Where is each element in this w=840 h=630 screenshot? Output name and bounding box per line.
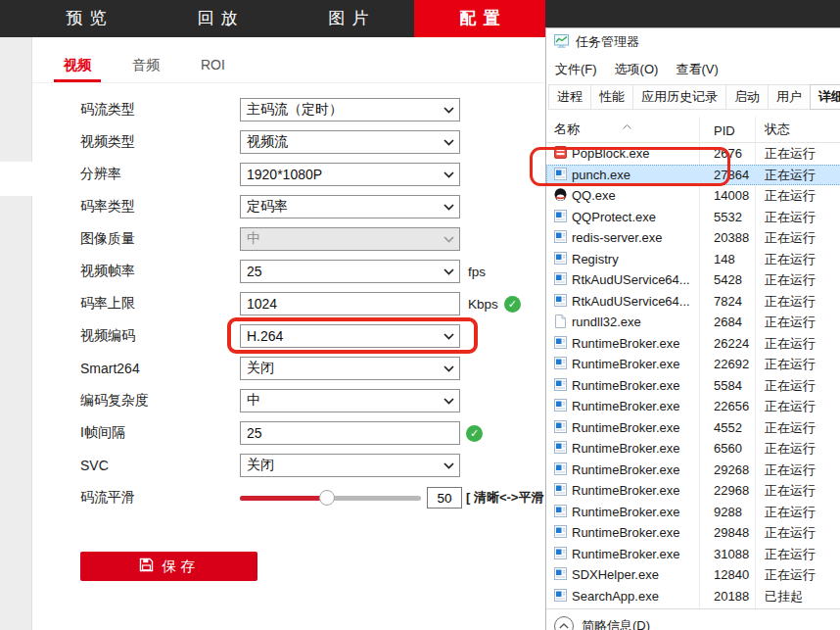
process-row[interactable]: RuntimeBroker.exe22968正在运行 [546,480,840,502]
column-header-name[interactable]: 名称 [554,121,580,138]
field-input[interactable]: 1024 [240,292,460,315]
process-row[interactable]: RuntimeBroker.exe6560正在运行 [546,438,840,460]
field-dropdown[interactable]: 视频流 [240,130,460,154]
process-row[interactable]: redis-server.exe20388正在运行 [546,227,840,249]
process-row[interactable]: RuntimeBroker.exe29848正在运行 [546,522,840,544]
process-row[interactable]: punch.exe27864正在运行 [546,165,840,186]
task-manager-tab[interactable]: 用户 [768,84,811,110]
field-dropdown[interactable]: 中 [240,389,460,412]
field-dropdown[interactable]: 关闭 [240,357,460,380]
field-label: 分辨率 [80,166,121,183]
process-status: 正在运行 [765,354,816,375]
process-pid: 22692 [714,354,749,375]
qq-process-icon [554,188,568,203]
process-row[interactable]: RuntimeBroker.exe4552正在运行 [546,417,840,439]
process-row[interactable]: QQ.exe14008正在运行 [546,185,840,207]
chevron-down-icon [438,365,459,372]
process-pid: 9288 [714,502,742,523]
process-pid: 2684 [714,312,742,333]
field-label: Smart264 [80,361,140,376]
column-header-pid[interactable]: PID [714,123,735,138]
process-row[interactable]: PopBlock.exe2676正在运行 [546,143,840,165]
left-rail-active-item[interactable] [0,162,32,196]
slider-value-box[interactable]: 50 [427,487,462,509]
valid-check-icon: ✓ [504,296,521,313]
process-row[interactable]: Registry148正在运行 [546,249,840,270]
chevron-down-icon [438,333,459,340]
process-pid: 22656 [714,396,749,417]
task-manager-tab[interactable]: 启动 [725,84,769,110]
slider-thumb[interactable] [319,490,335,506]
nav-tab[interactable]: 配置 [414,0,545,37]
process-name: RuntimeBroker.exe [572,333,680,355]
process-row[interactable]: rundll32.exe2684正在运行 [546,312,840,333]
process-row[interactable]: QQProtect.exe5532正在运行 [546,207,840,228]
process-name: RuntimeBroker.exe [572,544,680,565]
process-row[interactable]: RtkAudUService64...7824正在运行 [546,291,840,313]
process-row[interactable]: SDXHelper.exe12840正在运行 [546,564,840,586]
process-name: RuntimeBroker.exe [572,480,680,502]
field-dropdown[interactable]: 定码率 [240,195,460,218]
app-process-icon [554,230,568,245]
app-process-icon [554,547,568,561]
process-status: 正在运行 [765,417,816,439]
task-manager-tab[interactable]: 进程 [548,84,591,110]
task-manager-titlebar[interactable]: 任务管理器 [546,32,639,52]
task-manager-tab[interactable]: 详细信息 [810,84,840,110]
form-row: 码率上限1024Kbps✓ [32,292,545,315]
task-manager-tab[interactable]: 性能 [590,84,633,110]
process-row[interactable]: RuntimeBroker.exe26224正在运行 [546,333,840,355]
form-row: 码率类型定码率 [32,195,545,218]
process-name: RtkAudUService64... [572,269,690,291]
chevron-down-icon [438,398,459,405]
save-button[interactable]: 保存 [80,552,257,581]
field-dropdown[interactable]: H.264 [240,324,460,348]
footer-divider [546,608,840,609]
field-input[interactable]: 25 [240,421,460,445]
form-row: 图像质量中 [32,227,545,251]
nav-tab[interactable]: 回放 [152,0,283,37]
process-name: RuntimeBroker.exe [572,354,680,375]
form-row: 码流平滑50[ 清晰<->平滑 ] [32,486,545,509]
menu-item[interactable]: 选项(O) [615,61,659,78]
save-button-label: 保存 [163,557,200,576]
process-table-header[interactable]: 名称 PID 状态 [546,117,840,143]
process-row[interactable]: RuntimeBroker.exe29268正在运行 [546,460,840,481]
process-pid: 5532 [714,207,742,228]
field-dropdown[interactable]: 主码流（定时） [240,98,460,121]
form-row: I帧间隔25✓ [32,421,545,445]
process-pid: 26224 [714,333,749,355]
process-row[interactable]: RtkAudUService64...5428正在运行 [546,269,840,291]
menu-item[interactable]: 查看(V) [676,61,718,78]
column-header-status[interactable]: 状态 [765,121,790,138]
process-pid: 14008 [714,185,749,207]
nav-tab[interactable]: 图片 [283,0,414,37]
chevron-down-icon [438,139,459,146]
process-row[interactable]: RuntimeBroker.exe9288正在运行 [546,502,840,523]
field-label: 编码复杂度 [80,392,149,410]
chevron-down-icon [438,268,459,275]
process-name: RuntimeBroker.exe [572,502,680,523]
task-manager-tabs: 进程性能应用历史记录启动用户详细信息 [549,84,840,110]
process-row[interactable]: RuntimeBroker.exe31088正在运行 [546,544,840,565]
field-dropdown[interactable]: 1920*1080P [240,163,460,186]
nav-tab[interactable]: 预览 [21,0,152,37]
process-row[interactable]: SearchApp.exe20188已挂起 [546,586,840,607]
dropdown-value: 视频流 [241,133,438,151]
process-pid: 22968 [714,480,749,502]
task-manager-tab[interactable]: 应用历史记录 [632,84,726,110]
process-name: RtkAudUService64... [572,291,690,313]
process-row[interactable]: RuntimeBroker.exe22692正在运行 [546,354,840,375]
field-dropdown[interactable]: 关闭 [240,454,460,477]
process-row[interactable]: RuntimeBroker.exe5584正在运行 [546,375,840,397]
field-label: 视频编码 [80,327,135,345]
process-status: 正在运行 [765,249,816,270]
field-dropdown[interactable]: 25 [240,260,460,283]
app-process-icon [554,441,568,456]
slider-hint-label: [ 清晰<->平滑 ] [466,489,551,507]
fewer-details-button[interactable]: 简略信息(D) [554,616,650,630]
process-row[interactable]: RuntimeBroker.exe22656正在运行 [546,396,840,417]
process-pid: 2676 [714,143,742,165]
menu-item[interactable]: 文件(F) [555,61,597,78]
stream-smoothing-slider[interactable] [240,496,421,501]
